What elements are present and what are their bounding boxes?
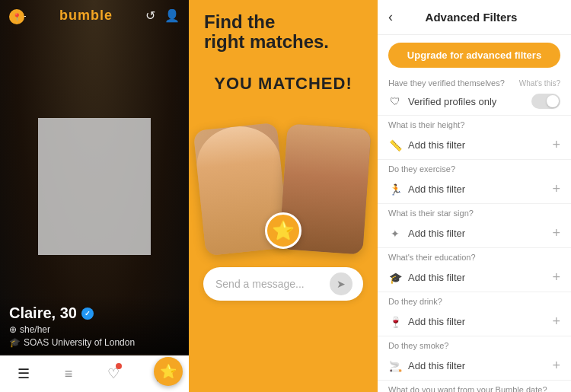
exercise-section-label: Do they exercise? <box>378 160 571 175</box>
smoke-filter-add-icon[interactable]: + <box>552 358 560 374</box>
exercise-filter-label: Add this filter <box>408 183 465 195</box>
verified-badge: ✓ <box>81 308 94 320</box>
nav-heart[interactable]: ♡ <box>107 365 120 382</box>
profile-panel: ⟵ bumble ↺ 👤 📍 Claire, 30 ✓ ⊕ she/her 🎓 … <box>0 0 189 392</box>
verified-filter-label: Verified profiles only <box>408 96 496 107</box>
message-placeholder: Send a message... <box>215 278 305 290</box>
education-icon: 🎓 <box>9 337 21 348</box>
nav-menu[interactable]: ≡ <box>65 366 73 382</box>
match-panel: Find the right matches. YOU MATCHED! ⭐ S… <box>189 0 378 392</box>
matched-title: YOU MATCHED! <box>214 74 352 94</box>
profile-education: 🎓 SOAS University of London <box>9 337 180 348</box>
profile-top-bar: ⟵ bumble ↺ 👤 <box>0 0 189 31</box>
verified-toggle[interactable] <box>531 94 560 109</box>
starsign-filter-left: ✦ Add this filter <box>388 228 552 240</box>
education-filter-label: Add this filter <box>408 272 465 283</box>
drink-filter-row[interactable]: 🍷 Add this filter + <box>378 308 571 336</box>
match-star-icon: ⭐ <box>265 212 301 249</box>
settings-icon[interactable]: ↺ <box>145 8 155 23</box>
upgrade-button[interactable]: Upgrade for advanced filters <box>388 43 560 68</box>
height-filter-row[interactable]: 📏 Add this filter + <box>378 131 571 160</box>
smoke-section-label: Do they smoke? <box>378 336 571 352</box>
filter-list: Have they verified themselves? What's th… <box>378 75 571 392</box>
message-input-box[interactable]: Send a message... ➤ <box>203 267 363 301</box>
starsign-filter-add-icon[interactable]: + <box>552 225 560 241</box>
filters-panel: ‹ Advanced Filters Upgrade for advanced … <box>378 0 571 392</box>
smoke-filter-row[interactable]: 🚬 Add this filter + <box>378 352 571 381</box>
height-filter-icon: 📏 <box>388 139 402 151</box>
education-filter-left: 🎓 Add this filter <box>388 272 552 284</box>
starsign-filter-label: Add this filter <box>408 228 465 239</box>
match-find-text: Find the right matches. <box>204 12 362 53</box>
drink-filter-icon: 🍷 <box>388 316 402 328</box>
filters-title: Advanced Filters <box>399 11 544 24</box>
profile-avatar-icon[interactable]: 👤 <box>164 8 180 23</box>
height-filter-label: Add this filter <box>408 139 465 151</box>
drink-filter-label: Add this filter <box>408 316 465 327</box>
drink-section-label: Do they drink? <box>378 292 571 308</box>
education-section-label: What's their education? <box>378 248 571 263</box>
starsign-filter-icon: ✦ <box>388 228 402 240</box>
verified-filter-row: 🛡 Verified profiles only <box>378 88 571 116</box>
height-filter-add-icon[interactable]: + <box>552 137 560 153</box>
match-photos: ⭐ <box>199 100 367 252</box>
gender-icon: ⊕ <box>9 324 17 335</box>
profile-name: Claire, 30 ✓ <box>9 304 180 322</box>
exercise-filter-add-icon[interactable]: + <box>552 181 560 197</box>
profile-photo-blur <box>38 118 152 255</box>
superswipe-button[interactable]: ⭐ <box>154 357 183 386</box>
whats-this-link[interactable]: What's this? <box>519 79 560 88</box>
verified-section-header: Have they verified themselves? What's th… <box>378 75 571 88</box>
bumble-logo: bumble <box>59 8 113 24</box>
notification-dot <box>116 363 122 369</box>
location-icon: 📍 <box>9 9 24 24</box>
smoke-filter-left: 🚬 Add this filter <box>388 360 552 372</box>
match-header: Find the right matches. <box>189 0 378 56</box>
verified-filter-icon: 🛡 <box>388 95 402 107</box>
height-section-label: What is their height? <box>378 116 571 131</box>
profile-info: Claire, 30 ✓ ⊕ she/her 🎓 SOAS University… <box>0 295 189 354</box>
education-filter-add-icon[interactable]: + <box>552 269 560 285</box>
drink-filter-left: 🍷 Add this filter <box>388 316 552 328</box>
exercise-filter-left: 🏃 Add this filter <box>388 183 552 196</box>
exercise-filter-row[interactable]: 🏃 Add this filter + <box>378 175 571 204</box>
nav-profile[interactable]: ☰ <box>18 365 30 382</box>
send-button[interactable]: ➤ <box>330 272 352 295</box>
filters-back-button[interactable]: ‹ <box>388 9 393 25</box>
smoke-filter-icon: 🚬 <box>388 360 402 372</box>
education-filter-row[interactable]: 🎓 Add this filter + <box>378 263 571 292</box>
verified-section-label: Have they verified themselves? <box>388 78 505 88</box>
smoke-filter-label: Add this filter <box>408 360 465 371</box>
starsign-section-label: What is their star sign? <box>378 204 571 219</box>
verified-filter-left: 🛡 Verified profiles only <box>388 95 531 107</box>
starsign-filter-row[interactable]: ✦ Add this filter + <box>378 219 571 248</box>
exercise-filter-icon: 🏃 <box>388 183 402 196</box>
filters-header: ‹ Advanced Filters <box>378 0 571 35</box>
profile-pronouns: ⊕ she/her <box>9 324 180 335</box>
intent-section-label: What do you want from your Bumble date? <box>378 381 571 392</box>
height-filter-left: 📏 Add this filter <box>388 139 552 151</box>
drink-filter-add-icon[interactable]: + <box>552 314 560 330</box>
education-filter-icon: 🎓 <box>388 272 402 284</box>
